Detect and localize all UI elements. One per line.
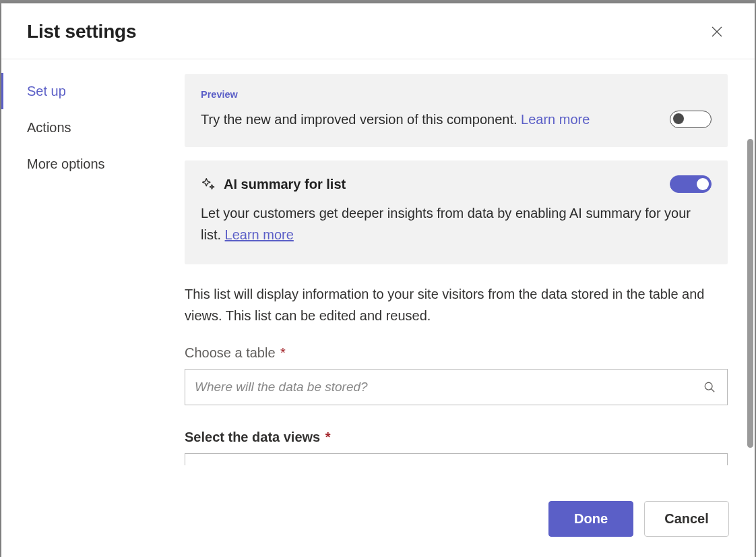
sidebar-item-more-options[interactable]: More options [1, 146, 170, 182]
ai-summary-banner: AI summary for list Let your customers g… [185, 160, 728, 264]
select-views-input[interactable] [185, 453, 728, 465]
content-area: Preview Try the new and improved version… [170, 59, 755, 488]
preview-label: Preview [201, 89, 712, 100]
dialog-footer: Done Cancel [1, 488, 755, 557]
choose-table-input-wrap [185, 369, 728, 405]
required-asterisk: * [321, 430, 330, 444]
scrollbar[interactable] [747, 139, 753, 448]
cancel-button[interactable]: Cancel [644, 501, 729, 537]
toggle-knob [697, 178, 709, 190]
dialog-title: List settings [27, 21, 136, 42]
preview-text: Try the new and improved version of this… [201, 109, 590, 129]
ai-summary-title: AI summary for list [224, 177, 346, 192]
preview-toggle[interactable] [670, 111, 712, 128]
preview-banner: Preview Try the new and improved version… [185, 74, 728, 147]
sidebar-item-actions[interactable]: Actions [1, 109, 170, 146]
sidebar: Set up Actions More options [1, 59, 170, 488]
close-icon [710, 25, 724, 38]
search-icon [703, 381, 716, 393]
ai-header: AI summary for list [201, 175, 712, 193]
choose-table-input[interactable] [185, 369, 728, 405]
ai-summary-toggle[interactable] [670, 175, 712, 193]
intro-text: This list will display information to yo… [185, 283, 728, 326]
required-asterisk: * [277, 345, 286, 360]
svg-line-3 [712, 389, 715, 392]
close-button[interactable] [705, 20, 729, 44]
svg-point-2 [705, 382, 712, 390]
ai-learn-more-link[interactable]: Learn more [225, 227, 294, 242]
choose-table-label: Choose a table * [185, 345, 728, 361]
sparkle-icon [201, 177, 216, 192]
select-views-label: Select the data views * [185, 430, 728, 445]
list-settings-dialog: List settings Set up Actions More option… [1, 3, 755, 557]
ai-title-wrap: AI summary for list [201, 177, 346, 192]
toggle-knob [673, 113, 684, 124]
dialog-body: Set up Actions More options Preview Try … [1, 59, 755, 488]
ai-summary-description: Let your customers get deeper insights f… [201, 202, 712, 245]
dialog-header: List settings [1, 3, 755, 59]
sidebar-item-setup[interactable]: Set up [1, 73, 170, 109]
preview-learn-more-link[interactable]: Learn more [521, 112, 590, 127]
preview-row: Try the new and improved version of this… [201, 109, 712, 129]
done-button[interactable]: Done [548, 501, 633, 537]
